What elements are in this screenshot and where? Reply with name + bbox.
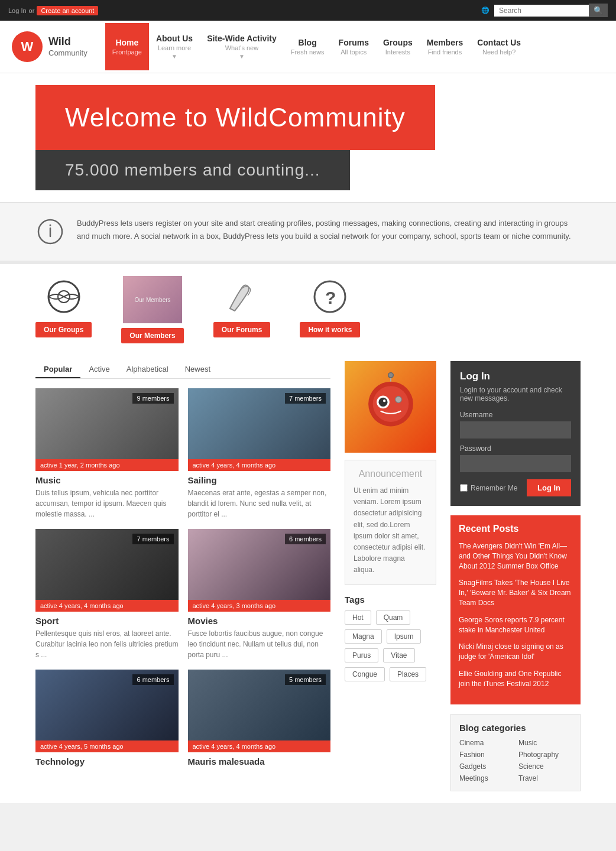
group-desc-sailing: Maecenas erat ante, egestas a semper non… bbox=[188, 488, 331, 519]
group-name-mauris[interactable]: Mauris malesuada bbox=[188, 756, 331, 766]
nav-item-about[interactable]: About Us Learn more ▼ bbox=[149, 23, 200, 70]
info-icon bbox=[35, 217, 65, 246]
nav-item-home[interactable]: Home Frontpage bbox=[105, 23, 149, 70]
groups-grid: 9 members active 1 year, 2 months ago Mu… bbox=[35, 388, 330, 769]
tag-places[interactable]: Places bbox=[390, 667, 426, 681]
tab-active[interactable]: Active bbox=[80, 361, 118, 378]
main-nav: Home Frontpage About Us Learn more ▼Site… bbox=[105, 23, 528, 70]
group-card-sailing: 7 members active 4 years, 4 months ago S… bbox=[188, 388, 331, 519]
group-img-inner-music: 9 members active 1 year, 2 months ago bbox=[35, 388, 179, 471]
group-members-music: 9 members bbox=[132, 393, 173, 404]
our-members-button[interactable]: Our Members bbox=[121, 328, 183, 343]
blog-cat-cinema[interactable]: Cinema bbox=[459, 739, 513, 747]
nav-item-groups[interactable]: Groups Interests bbox=[376, 23, 420, 70]
our-forums-button[interactable]: Our Forums bbox=[213, 322, 271, 337]
search-button[interactable]: 🔍 bbox=[589, 4, 608, 17]
group-activity-sport: active 4 years, 4 months ago bbox=[35, 600, 179, 612]
blog-categories-title: Blog categories bbox=[459, 723, 572, 733]
nav-sub-forums: All topics bbox=[341, 48, 367, 56]
blog-categories-grid: CinemaMusicFashionPhotographyGadgetsScie… bbox=[459, 739, 572, 782]
recent-posts-list: The Avengers Didn't Win 'Em All— and Oth… bbox=[459, 541, 572, 689]
nav-main-home: Home bbox=[115, 38, 138, 47]
group-name-technology[interactable]: Technology bbox=[35, 756, 179, 766]
remember-label[interactable]: Remember Me bbox=[460, 484, 517, 492]
nav-main-activity: Site-Wide Activity bbox=[207, 34, 277, 43]
blog-categories-box: Blog categories CinemaMusicFashionPhotog… bbox=[450, 714, 581, 791]
nav-item-activity[interactable]: Site-Wide Activity What's new ▼ bbox=[200, 23, 284, 70]
tag-purus[interactable]: Purus bbox=[345, 648, 378, 662]
our-groups-button[interactable]: Our Groups bbox=[35, 322, 92, 337]
group-name-music[interactable]: Music bbox=[35, 475, 179, 485]
blog-cat-fashion[interactable]: Fashion bbox=[459, 751, 513, 759]
tab-popular[interactable]: Popular bbox=[35, 361, 80, 378]
remember-text: Remember Me bbox=[471, 484, 517, 492]
brand-name: Wild bbox=[48, 35, 87, 48]
login-link[interactable]: Log In bbox=[8, 7, 27, 14]
nav-sub-home: Frontpage bbox=[112, 48, 142, 56]
password-input[interactable] bbox=[460, 455, 571, 472]
recent-post-item[interactable]: Ellie Goulding and One Republic join the… bbox=[459, 669, 572, 689]
tags-section: Tags HotQuamMagnaIpsumPurusVitaeConguePl… bbox=[345, 595, 436, 681]
feature-forums: Our Forums bbox=[213, 276, 271, 337]
logo-circle: W bbox=[12, 31, 43, 62]
group-activity-music: active 1 year, 2 months ago bbox=[35, 459, 179, 471]
recent-post-item[interactable]: Nicki Minaj close to signing on as judge… bbox=[459, 642, 572, 662]
nav-main-contact: Contact Us bbox=[477, 38, 521, 47]
group-card-technology: 6 members active 4 years, 5 months ago T… bbox=[35, 670, 179, 769]
blog-cat-gadgets[interactable]: Gadgets bbox=[459, 762, 513, 771]
username-input[interactable] bbox=[460, 421, 571, 439]
feature-groups: Our Groups bbox=[35, 276, 92, 337]
nav-item-members[interactable]: Members Find friends bbox=[420, 23, 470, 70]
svg-text:?: ? bbox=[325, 288, 336, 307]
blog-cat-photography[interactable]: Photography bbox=[518, 751, 572, 759]
how-it-works-button[interactable]: How it works bbox=[300, 322, 360, 337]
nav-item-forums[interactable]: Forums All topics bbox=[332, 23, 376, 70]
tag-quam[interactable]: Quam bbox=[376, 610, 411, 625]
tag-ipsum[interactable]: Ipsum bbox=[387, 629, 422, 644]
groups-icon bbox=[43, 276, 85, 317]
tab-newest[interactable]: Newest bbox=[177, 361, 219, 378]
blog-cat-music[interactable]: Music bbox=[518, 739, 572, 747]
group-members-movies: 6 members bbox=[285, 534, 326, 544]
top-bar: Log In or Create an account 🌐 🔍 bbox=[0, 0, 616, 21]
blog-cat-science[interactable]: Science bbox=[518, 762, 572, 771]
login-title: Log In bbox=[460, 371, 571, 382]
announcement-box: Announcement Ut enim ad minim veniam. Lo… bbox=[345, 460, 436, 585]
nav-item-contact[interactable]: Contact Us Need help? bbox=[470, 23, 528, 70]
group-img-sailing: 7 members active 4 years, 4 months ago bbox=[188, 388, 331, 471]
tab-alpha[interactable]: Alphabetical bbox=[118, 361, 177, 378]
nav-item-blog[interactable]: Blog Fresh news bbox=[284, 23, 332, 70]
group-members-sailing: 7 members bbox=[285, 393, 326, 404]
tag-hot[interactable]: Hot bbox=[345, 610, 371, 625]
blog-cat-meetings[interactable]: Meetings bbox=[459, 774, 513, 782]
login-button[interactable]: Log In bbox=[527, 479, 571, 496]
group-activity-mauris: active 4 years, 4 months ago bbox=[188, 740, 331, 752]
tag-magna[interactable]: Magna bbox=[345, 629, 382, 644]
group-activity-technology: active 4 years, 5 months ago bbox=[35, 740, 179, 752]
search-input[interactable] bbox=[494, 5, 589, 17]
recent-post-item[interactable]: SnagFilms Takes 'The House I Live In,' '… bbox=[459, 578, 572, 608]
globe-icon: 🌐 bbox=[480, 5, 491, 16]
login-box: Log In Login to your account and check n… bbox=[450, 361, 581, 506]
group-name-sailing[interactable]: Sailing bbox=[188, 475, 331, 485]
recent-post-item[interactable]: George Soros reports 7.9 percent stake i… bbox=[459, 615, 572, 635]
remember-checkbox[interactable] bbox=[460, 484, 468, 492]
group-desc-sport: Pellentesque quis nisl eros, at laoreet … bbox=[35, 628, 179, 660]
group-img-sport: 7 members active 4 years, 4 months ago bbox=[35, 529, 179, 612]
recent-posts-box: Recent Posts The Avengers Didn't Win 'Em… bbox=[450, 515, 581, 704]
login-row: Remember Me Log In bbox=[460, 479, 571, 496]
create-account-link[interactable]: Create an account bbox=[37, 6, 98, 15]
group-name-movies[interactable]: Movies bbox=[188, 616, 331, 626]
recent-post-item[interactable]: The Avengers Didn't Win 'Em All— and Oth… bbox=[459, 541, 572, 571]
blog-cat-travel[interactable]: Travel bbox=[518, 774, 572, 782]
nav-sub-blog: Fresh news bbox=[291, 48, 325, 56]
tag-congue[interactable]: Congue bbox=[345, 667, 385, 681]
svg-point-12 bbox=[395, 396, 401, 402]
main-content: PopularActiveAlphabeticalNewest 9 member… bbox=[0, 349, 616, 803]
nav-main-about: About Us bbox=[156, 34, 193, 43]
group-members-mauris: 5 members bbox=[285, 674, 326, 685]
group-card-music: 9 members active 1 year, 2 months ago Mu… bbox=[35, 388, 179, 519]
tag-vitae[interactable]: Vitae bbox=[383, 648, 414, 662]
svg-point-11 bbox=[383, 399, 385, 402]
group-name-sport[interactable]: Sport bbox=[35, 616, 179, 626]
